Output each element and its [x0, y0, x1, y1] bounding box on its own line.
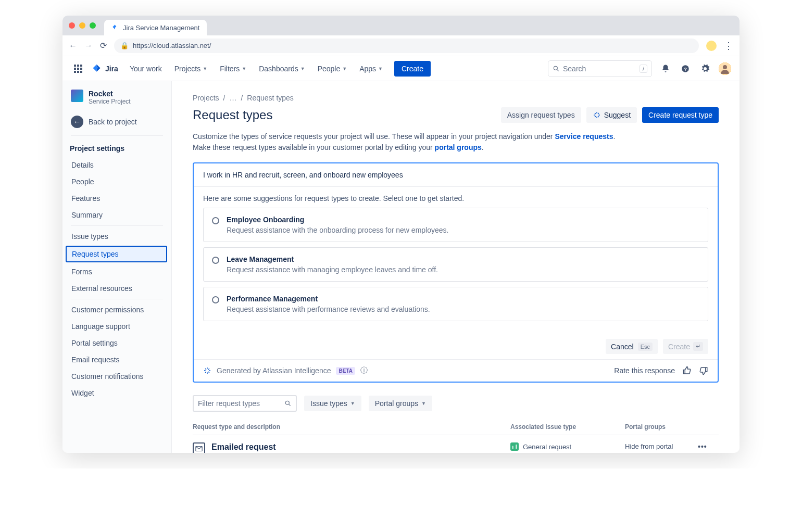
sidebar-item-forms[interactable]: Forms [62, 263, 171, 280]
top-nav: Jira Your work Projects▼ Filters▼ Dashbo… [62, 56, 740, 81]
beta-badge: BETA [336, 367, 355, 375]
sidebar: Rocket Service Project ← Back to project… [62, 81, 172, 453]
suggestion-description: Request assistance with the onboarding p… [227, 226, 448, 234]
breadcrumb-current: Request types [247, 94, 294, 102]
kebab-icon[interactable]: ⋮ [724, 40, 733, 52]
back-to-project-link[interactable]: ← Back to project [62, 110, 171, 133]
app-switcher-icon[interactable] [71, 61, 85, 76]
jira-logo[interactable]: Jira [92, 64, 118, 74]
radio-icon [212, 257, 219, 264]
ai-subtext: Here are some suggestions for request ty… [194, 187, 718, 208]
sidebar-item-language-support[interactable]: Language support [62, 318, 171, 335]
service-requests-link[interactable]: Service requests [555, 132, 613, 141]
suggestion-option[interactable]: Employee Onboarding Request assistance w… [203, 208, 708, 242]
col-request-type: Request type and description [193, 423, 510, 430]
sidebar-item-request-types[interactable]: Request types [66, 246, 167, 262]
create-request-type-button[interactable]: Create request type [642, 107, 719, 123]
thumbs-up-icon[interactable] [682, 366, 692, 375]
back-arrow-icon: ← [71, 116, 83, 128]
nav-apps[interactable]: Apps▼ [354, 61, 388, 76]
radio-icon [212, 217, 219, 224]
issue-types-dropdown[interactable]: Issue types ▼ [304, 396, 361, 411]
jira-tab-icon [111, 24, 119, 31]
ai-cancel-button[interactable]: Cancel Esc [606, 339, 658, 354]
filter-request-types-input[interactable]: Filter request types [193, 395, 297, 412]
sidebar-item-portal-settings[interactable]: Portal settings [62, 335, 171, 351]
user-avatar[interactable] [719, 62, 731, 75]
svg-text:?: ? [684, 66, 687, 71]
suggestion-title: Leave Management [227, 255, 438, 263]
sidebar-item-issue-types[interactable]: Issue types [62, 228, 171, 245]
more-actions-icon[interactable]: ••• [698, 442, 719, 451]
project-header[interactable]: Rocket Service Project [62, 81, 171, 110]
nav-filters[interactable]: Filters▼ [215, 61, 252, 76]
search-input[interactable]: Search / [548, 60, 652, 77]
sidebar-heading: Project settings [62, 138, 171, 157]
table-row[interactable]: Emailed request Request received from yo… [193, 435, 719, 453]
tab-title: Jira Service Management [123, 24, 199, 32]
search-icon [284, 400, 292, 407]
browser-tab[interactable]: Jira Service Management [104, 20, 207, 35]
info-icon[interactable]: ⓘ [360, 366, 368, 375]
page-title: Request types [193, 108, 272, 122]
ai-suggestions-panel: I work in HR and recruit, screen, and on… [193, 162, 719, 383]
profile-chip[interactable] [706, 41, 717, 51]
ai-create-button[interactable]: Create ↵ [663, 339, 708, 354]
thumbs-down-icon[interactable] [699, 366, 708, 375]
nav-people[interactable]: People▼ [312, 61, 353, 76]
table-header: Request type and description Associated … [193, 419, 719, 435]
settings-icon[interactable] [699, 62, 711, 75]
svg-point-6 [285, 401, 289, 404]
nav-your-work[interactable]: Your work [124, 61, 167, 76]
suggestion-description: Request assistance with managing employe… [227, 265, 438, 274]
sidebar-item-customer-permissions[interactable]: Customer permissions [62, 301, 171, 318]
suggestion-title: Performance Management [227, 295, 430, 303]
create-button[interactable]: Create [394, 61, 431, 77]
nav-projects[interactable]: Projects▼ [169, 61, 213, 76]
ai-footer: Generated by Atlassian Intelligence BETA… [194, 359, 718, 382]
jira-icon [92, 64, 102, 74]
sidebar-item-details[interactable]: Details [62, 157, 171, 173]
suggest-button[interactable]: Suggest [586, 107, 637, 123]
sidebar-item-customer-notifications[interactable]: Customer notifications [62, 368, 171, 385]
suggestion-option[interactable]: Performance Management Request assistanc… [203, 287, 708, 321]
breadcrumb-ellipsis[interactable]: … [229, 94, 236, 102]
col-portal-groups: Portal groups [625, 423, 698, 430]
back-icon[interactable]: ← [69, 41, 77, 50]
radio-icon [212, 296, 219, 303]
sidebar-item-people[interactable]: People [62, 173, 171, 190]
minimize-window-icon[interactable] [79, 22, 85, 29]
sidebar-item-summary[interactable]: Summary [62, 207, 171, 223]
sidebar-item-widget[interactable]: Widget [62, 385, 171, 401]
sidebar-item-external-resources[interactable]: External resources [62, 280, 171, 297]
enter-key-icon: ↵ [693, 342, 703, 351]
suggestion-option[interactable]: Leave Management Request assistance with… [203, 247, 708, 282]
ai-prompt-input[interactable]: I work in HR and recruit, screen, and on… [194, 163, 718, 187]
rate-label: Rate this response [614, 366, 675, 375]
notifications-icon[interactable] [659, 62, 672, 75]
svg-line-1 [557, 69, 559, 71]
reload-icon[interactable]: ⟳ [100, 41, 107, 50]
portal-groups-dropdown[interactable]: Portal groups ▼ [369, 396, 432, 411]
breadcrumb-projects[interactable]: Projects [193, 94, 219, 102]
nav-dashboards[interactable]: Dashboards▼ [254, 61, 310, 76]
project-subtitle: Service Project [89, 98, 131, 105]
sidebar-item-email-requests[interactable]: Email requests [62, 351, 171, 368]
general-request-icon [510, 442, 519, 451]
help-icon[interactable]: ? [679, 62, 692, 75]
portal-groups-value: Hide from portal [625, 442, 698, 450]
maximize-window-icon[interactable] [90, 22, 96, 29]
close-window-icon[interactable] [69, 22, 75, 29]
url-input[interactable]: 🔒 https://cloud.atlassian.net/ [114, 39, 699, 53]
chevron-down-icon: ▼ [203, 66, 207, 71]
forward-icon[interactable]: → [84, 41, 93, 50]
svg-point-5 [723, 65, 727, 69]
row-title: Emailed request [211, 442, 377, 452]
portal-groups-link[interactable]: portal groups [435, 143, 482, 151]
lock-icon: 🔒 [120, 42, 129, 49]
svg-point-0 [554, 66, 557, 70]
assign-request-types-button[interactable]: Assign request types [501, 107, 581, 123]
main-content: Projects / … / Request types Request typ… [172, 81, 740, 453]
col-issue-type: Associated issue type [510, 423, 625, 430]
sidebar-item-features[interactable]: Features [62, 190, 171, 207]
